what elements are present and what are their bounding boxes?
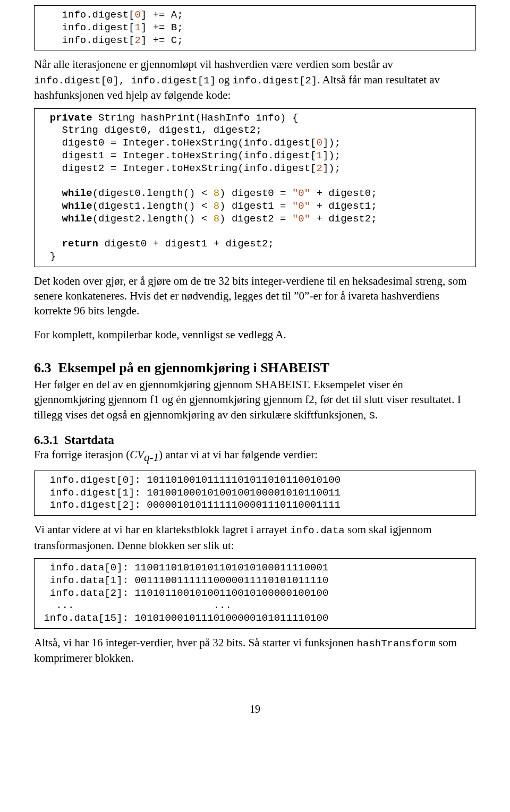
body-paragraph: Her følger en del av en gjennomkjøring g… [34, 377, 476, 423]
code-line: return digest0 + digest1 + digest2; [38, 238, 472, 251]
body-paragraph: Fra forrige iterasjon (CVq-1) antar vi a… [34, 447, 476, 465]
code-line: info.data[2]: 11010110010100110010100000… [38, 587, 472, 600]
code-line: info.digest[1] += B; [38, 22, 472, 35]
code-line: } [38, 251, 472, 263]
body-paragraph: For komplett, kompilerbar kode, vennligs… [34, 327, 476, 342]
code-block-digest-accumulate: info.digest[0] += A; info.digest[1] += B… [34, 5, 476, 50]
page-number: 19 [34, 703, 476, 715]
code-line: info.digest[2] += C; [38, 35, 472, 47]
code-block-hashprint: private String hashPrint(HashInfo info) … [34, 108, 476, 267]
code-line: info.data[15]: 1010100010111010000010101… [38, 612, 472, 625]
code-block-data-values: info.data[0]: 11001101010101101010100011… [34, 558, 476, 629]
code-line: String digest0, digest1, digest2; [38, 124, 472, 137]
code-line [38, 225, 472, 238]
subsection-heading: 6.3.1 Startdata [34, 433, 476, 447]
code-line: digest1 = Integer.toHexString(info.diges… [38, 150, 472, 163]
code-line: info.data[0]: 11001101010101101010100011… [38, 562, 472, 575]
body-paragraph: Det koden over gjør, er å gjøre om de tr… [34, 273, 476, 319]
body-paragraph: Altså, vi har 16 integer-verdier, hver p… [34, 635, 476, 666]
code-line: private String hashPrint(HashInfo info) … [38, 112, 472, 125]
code-line: info.digest[1]: 101001000101001001000010… [38, 487, 472, 500]
code-line: while(digest2.length() < 8) digest2 = "0… [38, 213, 472, 226]
code-line: digest0 = Integer.toHexString(info.diges… [38, 137, 472, 150]
code-line: digest2 = Integer.toHexString(info.diges… [38, 163, 472, 175]
code-line: while(digest1.length() < 8) digest1 = "0… [38, 200, 472, 213]
code-line: info.digest[2]: 000001010111111000011101… [38, 499, 472, 512]
code-line: info.digest[0] += A; [38, 9, 472, 22]
code-line [38, 175, 472, 187]
body-paragraph: Når alle iterasjonene er gjennomløpt vil… [34, 57, 476, 102]
code-line: while(digest0.length() < 8) digest0 = "0… [38, 187, 472, 200]
code-line: info.data[1]: 00111001111110000011110101… [38, 575, 472, 587]
code-block-digest-values: info.digest[0]: 101101001011111010110101… [34, 471, 476, 516]
section-heading: 6.3 Eksempel på en gjennomkjøring i SHAB… [34, 360, 476, 376]
code-line: ... ... [38, 600, 472, 612]
body-paragraph: Vi antar videre at vi har en klartekstbl… [34, 522, 476, 553]
code-line: info.digest[0]: 101101001011111010110101… [38, 474, 472, 487]
